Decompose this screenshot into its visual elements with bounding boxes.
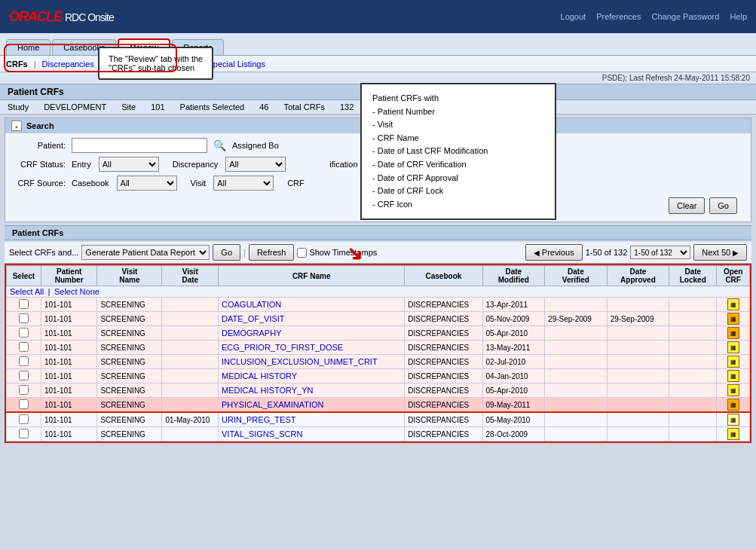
app-title: RDC Onsite (65, 11, 114, 23)
visit-name: SCREENING (97, 398, 162, 413)
casebook-select[interactable]: All (117, 176, 177, 191)
select-all-link[interactable]: Select All (10, 287, 44, 296)
crf-name: VITAL_SIGNS_SCRN (219, 427, 405, 442)
date-modified: 28-Oct-2009 (482, 427, 545, 442)
crf-icon[interactable]: ▦ (727, 370, 739, 382)
date-verified (545, 412, 608, 427)
next-button[interactable]: Next 50 ▶ (693, 244, 747, 261)
date-verified (545, 383, 608, 398)
date-verified (545, 427, 608, 442)
go-button[interactable]: Go (709, 197, 737, 214)
table-wrapper: Select PatientNumber VisitName VisitDate… (6, 265, 750, 442)
callout-item-2: - Visit (372, 118, 544, 132)
date-verified (545, 298, 608, 312)
casebook: DISCREPANCIES (405, 383, 482, 398)
casebook: DISCREPANCIES (405, 412, 482, 427)
row-checkbox[interactable] (19, 429, 29, 438)
previous-button[interactable]: ◀ Previous (525, 244, 583, 261)
entry-select[interactable]: All (99, 157, 159, 172)
date-approved (607, 341, 669, 355)
date-locked (669, 427, 717, 442)
patient-input[interactable] (72, 138, 207, 153)
date-verified (545, 326, 608, 341)
row-checkbox[interactable] (19, 399, 29, 409)
row-checkbox[interactable] (19, 299, 29, 309)
col-modified: DateModified (482, 266, 545, 286)
crf-icon[interactable]: ▦ (727, 428, 739, 440)
casebook: DISCREPANCIES (405, 427, 482, 442)
verification-label: ification (329, 160, 357, 169)
casebook-label: Casebook (72, 179, 109, 188)
visit-date (162, 369, 219, 383)
patient-crfs-table-container: Select PatientNumber VisitName VisitDate… (5, 264, 751, 443)
sub-link-crfs[interactable]: CRFs (6, 60, 28, 69)
patient-number: 101-101 (41, 412, 97, 427)
casebook: DISCREPANCIES (405, 355, 482, 369)
crf-icon[interactable]: ▦ (727, 384, 739, 396)
col-select: Select (7, 266, 41, 286)
date-approved (607, 369, 669, 383)
row-checkbox[interactable] (19, 356, 29, 366)
row-checkbox[interactable] (19, 385, 29, 395)
crf-name: URIN_PREG_TEST (219, 412, 405, 427)
col-locked: DateLocked (669, 266, 717, 286)
row-checkbox[interactable] (19, 313, 29, 323)
crf-source-label: CRF Source: (13, 179, 66, 188)
discrepancy-select[interactable]: All (225, 157, 286, 172)
page-select[interactable]: 1-50 of 132 (630, 246, 690, 259)
callout-item-6: - Date of CRF Approval (372, 172, 544, 185)
table-row: 101-101 SCREENING 01-May-2010 URIN_PREG_… (7, 412, 750, 427)
header-links: Logout Preferences Change Password Help (561, 12, 747, 21)
crf-icon[interactable]: ▦ (727, 313, 739, 325)
crfs-toolbar: Select CRFs and... Generate Patient Data… (5, 242, 751, 264)
sub-link-discrepancies[interactable]: Discrepancies (42, 60, 94, 69)
row-checkbox[interactable] (19, 328, 29, 338)
table-row: 101-101 SCREENING DATE_OF_VISIT DISCREPA… (7, 312, 750, 326)
select-none-link[interactable]: Select None (54, 287, 99, 296)
crf-name: MEDICAL HISTORY_YN (219, 383, 405, 398)
sub-link-special-listings[interactable]: Special Listings (208, 60, 265, 69)
crf-name: MEDICAL HISTORY (219, 369, 405, 383)
logout-link[interactable]: Logout (561, 12, 586, 21)
action-select[interactable]: Generate Patient Data Report (81, 245, 210, 260)
show-timestamps-checkbox[interactable] (297, 248, 307, 258)
crf-label: CRF (287, 179, 305, 188)
crf-icon[interactable]: ▦ (727, 341, 739, 353)
row-checkbox[interactable] (19, 371, 29, 380)
crf-icon[interactable]: ▦ (727, 414, 739, 426)
visit-date: 01-May-2010 (162, 412, 219, 427)
casebook: DISCREPANCIES (405, 326, 482, 341)
visit-select[interactable]: All (213, 176, 274, 191)
crf-icon[interactable]: ▦ (727, 356, 739, 368)
table-row: 101-101 SCREENING VITAL_SIGNS_SCRN DISCR… (7, 427, 750, 442)
visit-name: SCREENING (97, 427, 162, 442)
change-password-link[interactable]: Change Password (651, 12, 719, 21)
table-row: 101-101 SCREENING PHYSICAL_EXAMINATION D… (7, 398, 750, 413)
annotation-text1: The "Review" tab with the (109, 54, 203, 63)
crf-icon[interactable]: ▦ (727, 399, 739, 411)
row-checkbox[interactable] (19, 414, 29, 424)
crf-icon[interactable]: ▦ (727, 298, 739, 310)
callout-item-3: - CRF Name (372, 132, 544, 145)
tab-home[interactable]: Home (6, 39, 51, 55)
preferences-link[interactable]: Preferences (596, 12, 641, 21)
row-checkbox[interactable] (19, 342, 29, 352)
date-approved (607, 326, 669, 341)
col-verified: DateVerified (545, 266, 608, 286)
visit-label: Visit (191, 179, 207, 188)
go-crfs-button[interactable]: Go (213, 244, 240, 261)
crf-name: ECG_PRIOR_TO_FIRST_DOSE (219, 341, 405, 355)
callout-item-1: - Patient Number (372, 105, 544, 119)
search-toggle[interactable]: - (11, 121, 22, 131)
assigned-bo-icon: 🔍 (213, 139, 226, 151)
callout-box: Patient CRFs with - Patient Number - Vis… (360, 83, 556, 220)
callout-item-7: - Date of CRF Lock (372, 185, 544, 198)
help-link[interactable]: Help (730, 12, 747, 21)
pagination-range: 1-50 of 132 (586, 248, 628, 257)
date-approved (607, 355, 669, 369)
crf-icon[interactable]: ▦ (727, 327, 739, 339)
patient-number: 101-101 (41, 326, 97, 341)
study-value: DEVELOPMENT (44, 102, 106, 112)
clear-button[interactable]: Clear (669, 197, 705, 214)
refresh-button[interactable]: Refresh (249, 244, 295, 261)
